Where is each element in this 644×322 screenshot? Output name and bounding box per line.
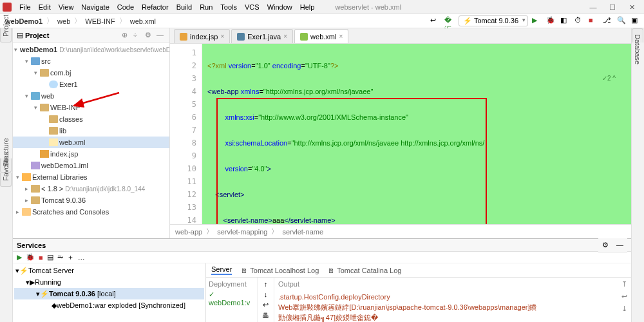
app-icon — [3, 3, 12, 12]
scroll-up-icon[interactable]: ↑ — [264, 280, 268, 288]
deployment-column: Deployment ✓ webDemo1:v — [206, 278, 258, 322]
editor-tabs: index.jsp× Exer1.java× web.xml× — [170, 28, 631, 44]
scroll-down-icon[interactable]: ↓ — [264, 290, 268, 298]
menu-tools[interactable]: Tools — [216, 3, 241, 11]
right-tool-strip: Database — [631, 28, 644, 322]
close-icon[interactable]: × — [283, 33, 287, 40]
close-icon[interactable]: × — [220, 33, 224, 40]
code-area[interactable]: <?xml version="1.0" encoding="UTF-8"?> <… — [202, 44, 631, 224]
svc-filter-icon[interactable]: ▤ — [47, 253, 53, 261]
console-output[interactable]: .startup.HostConfig.deployDirectory Web搴… — [274, 290, 617, 322]
editor-breadcrumb: web-app〉 servlet-mapping〉 servlet-name — [170, 224, 631, 238]
services-panel: Services ⚙ — ▶ 🐞 ■ ▤ ⥲ ＋ … ▾⚡ Tomcat Ser… — [13, 238, 631, 322]
tree-webxml: web.xml — [59, 138, 85, 146]
breadcrumb-web[interactable]: web — [55, 17, 73, 25]
menu-edit[interactable]: Edit — [35, 3, 55, 11]
tab-exer1java[interactable]: Exer1.java× — [231, 29, 293, 43]
search-icon[interactable]: 🔍 — [617, 16, 627, 26]
gear-icon[interactable]: ⚙ — [145, 31, 154, 40]
menu-window[interactable]: Window — [263, 3, 296, 11]
services-output-tabs: Server 🗎 Tomcat Localhost Log 🗎 Tomcat C… — [206, 263, 631, 278]
breadcrumb-webinf[interactable]: WEB-INF — [82, 17, 117, 25]
tab-indexjsp[interactable]: index.jsp× — [174, 29, 230, 43]
svc-debug-icon[interactable]: 🐞 — [26, 253, 35, 261]
close-button[interactable]: ✕ — [622, 0, 641, 14]
soft-wrap-icon[interactable]: ↩ — [263, 301, 269, 309]
close-icon[interactable]: × — [339, 33, 343, 40]
project-tree[interactable]: ▾webDemo1 D:\ruanjian\idea\work\webservl… — [13, 43, 169, 238]
svc-stop-icon[interactable]: ■ — [39, 254, 43, 261]
tree-exer1: Exer1 — [59, 80, 78, 88]
scroll-top-icon[interactable]: ⤒ — [621, 280, 627, 289]
tree-indexjsp: index.jsp — [50, 150, 78, 158]
tree-src: src — [41, 57, 51, 65]
menu-navigate[interactable]: Navigate — [77, 3, 113, 11]
menu-code[interactable]: Code — [113, 3, 138, 11]
breadcrumb-file[interactable]: web.xml — [128, 17, 158, 25]
svc-more-icon[interactable]: ＋ — [67, 252, 74, 262]
services-tree[interactable]: ▾⚡ Tomcat Server ▾▶ Running ▾⚡ Tomcat 9.… — [13, 263, 205, 322]
minimize-button[interactable]: — — [583, 0, 603, 14]
project-panel-icon: ▤ — [17, 31, 23, 39]
scroll-bottom-icon[interactable]: ⤓ — [621, 305, 627, 313]
tree-pkg: com.bj — [50, 69, 71, 77]
back-icon[interactable]: ↩ — [430, 16, 440, 26]
settings-icon[interactable]: ▣ — [631, 16, 641, 26]
deployment-item[interactable]: ✓ webDemo1:v — [209, 290, 254, 307]
menu-bar: File Edit View Navigate Code Refactor Bu… — [0, 0, 644, 14]
profile-icon[interactable]: ⏱ — [574, 16, 585, 26]
build-icon[interactable]: �汇 — [444, 16, 455, 26]
maximize-button[interactable]: ☐ — [603, 0, 622, 14]
tab-localhost-log[interactable]: 🗎 Tomcat Localhost Log — [241, 267, 319, 274]
right-tab-database[interactable]: Database — [632, 28, 643, 43]
menu-build[interactable]: Build — [173, 3, 196, 11]
run-icon[interactable]: ▶ — [532, 16, 542, 26]
window-title: webservlet - web.xml — [331, 3, 405, 11]
crumb-webapp[interactable]: web-app — [175, 228, 202, 236]
tree-lib: lib — [59, 127, 66, 135]
svc-tree-icon[interactable]: … — [78, 254, 85, 261]
coverage-icon[interactable]: ◧ — [560, 16, 571, 26]
menu-refactor[interactable]: Refactor — [138, 3, 173, 11]
left-tab-project[interactable]: Project — [0, 28, 12, 43]
tab-server[interactable]: Server — [211, 265, 232, 275]
gutter: 1234567891011121314 — [170, 44, 202, 224]
run-config-combo[interactable]: ⚡ Tomcat 9.0.36 — [459, 15, 528, 26]
project-collapse-icon[interactable]: ÷ — [133, 31, 142, 40]
project-select-icon[interactable]: ⊕ — [122, 31, 131, 40]
tree-root: webDemo1 — [20, 46, 57, 53]
navigation-bar: webDemo1 〉 web 〉 WEB-INF 〉 web.xml ↩ �汇 … — [0, 14, 644, 28]
tree-web: web — [41, 92, 54, 100]
tree-extlib: External Libraries — [32, 173, 88, 181]
svc-expand-icon[interactable]: ⥲ — [57, 253, 63, 261]
wrap-icon[interactable]: ↩ — [621, 292, 627, 301]
tree-classes: classes — [59, 115, 83, 123]
tree-webinf: WEB-INF — [50, 104, 80, 111]
debug-icon[interactable]: 🐞 — [546, 16, 556, 26]
tab-catalina-log[interactable]: 🗎 Tomcat Catalina Log — [328, 267, 401, 274]
crumb-sname[interactable]: servlet-name — [282, 228, 323, 236]
stop-icon[interactable]: ■ — [589, 16, 599, 26]
left-tab-favorites[interactable]: Favorites — [0, 173, 12, 187]
tree-iml: webDemo1.iml — [41, 162, 88, 169]
crumb-mapping[interactable]: servlet-mapping — [217, 228, 267, 236]
tab-webxml[interactable]: web.xml× — [294, 29, 348, 43]
code-editor[interactable]: 1234567891011121314 <?xml version="1.0" … — [170, 44, 631, 224]
svc-run-icon[interactable]: ▶ — [17, 253, 22, 261]
menu-run[interactable]: Run — [196, 3, 216, 11]
menu-file[interactable]: File — [15, 3, 35, 11]
print-icon[interactable]: 🖶 — [262, 312, 269, 319]
tree-tomcat: Tomcat 9.0.36 — [41, 196, 86, 204]
services-title: Services — [17, 242, 598, 249]
editor-panel: index.jsp× Exer1.java× web.xml× 12345678… — [170, 28, 631, 238]
breadcrumb-sep: 〉 — [45, 16, 55, 26]
output-header: Output — [274, 278, 617, 290]
git-icon[interactable]: ⎇ — [603, 16, 613, 26]
hide-icon[interactable]: — — [156, 31, 166, 40]
inspection-badge[interactable]: ✓2 ^ — [602, 75, 616, 82]
gear-icon[interactable]: ⚙ — [598, 238, 612, 252]
menu-vcs[interactable]: VCS — [241, 3, 263, 11]
menu-help[interactable]: Help — [296, 3, 319, 11]
hide-icon[interactable]: — — [612, 238, 627, 252]
menu-view[interactable]: View — [55, 3, 78, 11]
